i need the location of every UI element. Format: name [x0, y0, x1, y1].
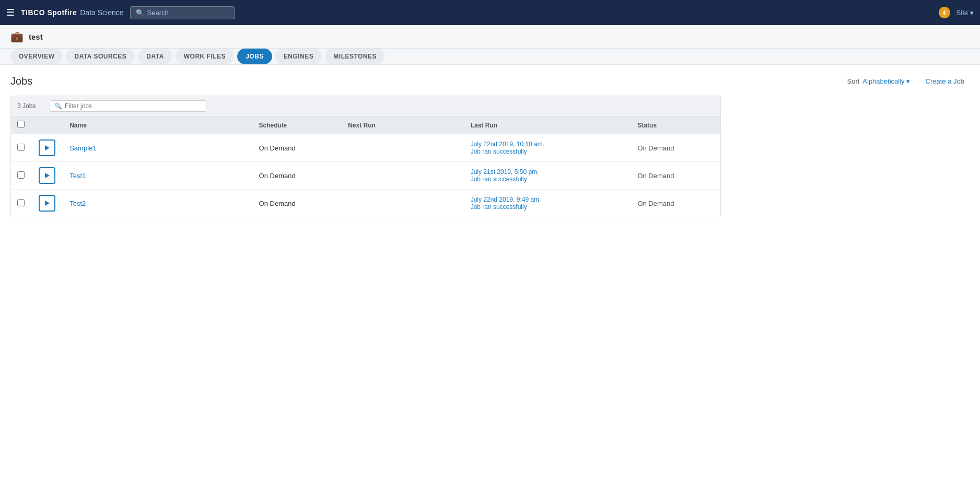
brand-logo: TIBCO Spotfire Data Science — [21, 8, 124, 17]
status-header: Status — [631, 116, 720, 134]
site-dropdown[interactable]: Site ▾ — [956, 9, 974, 17]
create-job-button[interactable]: Create a Job — [920, 77, 970, 85]
select-all-header — [11, 116, 32, 134]
job-next-run-cell — [342, 134, 464, 162]
svg-marker-2 — [45, 201, 50, 206]
notification-badge[interactable]: 4 — [939, 7, 950, 18]
job-last-run-cell: July 21st 2019, 5:50 pm. Job ran success… — [464, 162, 632, 190]
filter-jobs-input[interactable] — [65, 102, 202, 110]
jobs-count: 3 Jobs — [17, 102, 43, 110]
search-input[interactable] — [147, 9, 229, 17]
name-header: Name — [63, 116, 252, 134]
table-row: Test1 On Demand July 21st 2019, 5:50 pm.… — [11, 162, 720, 190]
jobs-table-container: 3 Jobs 🔍 Name Schedule Next Run Last Run — [10, 96, 721, 217]
sort-label: Sort — [847, 77, 860, 85]
job-name-cell: Test2 — [63, 190, 252, 217]
select-all-checkbox[interactable] — [17, 121, 25, 128]
top-navigation: ☰ TIBCO Spotfire Data Science 🔍 4 Site ▾ — [0, 0, 980, 25]
job-name-link[interactable]: Test1 — [69, 172, 86, 180]
tab-milestones[interactable]: MILESTONES — [325, 49, 385, 64]
svg-marker-0 — [45, 145, 50, 150]
last-run-status: Job ran successfully — [471, 148, 625, 155]
table-header-row: Name Schedule Next Run Last Run Status — [11, 116, 720, 134]
search-box[interactable]: 🔍 — [130, 6, 235, 19]
row-checkbox[interactable] — [17, 199, 25, 206]
job-schedule-cell: On Demand — [253, 190, 342, 217]
job-icon-cell — [32, 190, 64, 217]
project-header: 💼 test — [0, 25, 980, 49]
brand-sub: Data Science — [78, 8, 123, 17]
table-row: Test2 On Demand July 22nd 2019, 9:49 am.… — [11, 190, 720, 217]
job-name-cell: Sample1 — [63, 134, 252, 162]
job-play-icon — [39, 195, 55, 212]
project-icon: 💼 — [10, 30, 24, 43]
next-run-header: Next Run — [342, 116, 464, 134]
row-checkbox[interactable] — [17, 144, 25, 151]
last-run-time: July 22nd 2019, 9:49 am. — [471, 196, 625, 203]
last-run-status: Job ran successfully — [471, 203, 625, 211]
search-icon: 🔍 — [136, 9, 144, 17]
jobs-title: Jobs — [10, 75, 32, 87]
status-badge: On Demand — [637, 144, 674, 152]
job-next-run-cell — [342, 162, 464, 190]
last-run-header: Last Run — [464, 116, 632, 134]
hamburger-icon[interactable]: ☰ — [6, 7, 15, 18]
table-row: Sample1 On Demand July 22nd 2019, 10:10 … — [11, 134, 720, 162]
job-play-icon — [39, 139, 55, 156]
tab-data-sources[interactable]: DATA SOURCES — [66, 49, 135, 64]
last-run-time: July 21st 2019, 5:50 pm. — [471, 168, 625, 176]
job-status-cell: On Demand — [631, 162, 720, 190]
tab-jobs[interactable]: JOBS — [237, 49, 272, 64]
job-last-run-cell: July 22nd 2019, 9:49 am. Job ran success… — [464, 190, 632, 217]
svg-marker-1 — [45, 173, 50, 178]
tab-overview[interactable]: OVERVIEW — [10, 49, 63, 64]
job-name-cell: Test1 — [63, 162, 252, 190]
job-name-link[interactable]: Sample1 — [69, 144, 96, 152]
job-name-link[interactable]: Test2 — [69, 200, 86, 207]
last-run-status: Job ran successfully — [471, 176, 625, 183]
status-badge: On Demand — [637, 172, 674, 180]
project-name: test — [29, 32, 43, 41]
row-checkbox[interactable] — [17, 171, 25, 179]
status-badge: On Demand — [637, 200, 674, 207]
schedule-header: Schedule — [253, 116, 342, 134]
main-content: Jobs Sort Alphabetically ▾ Create a Job … — [0, 65, 980, 228]
job-status-cell: On Demand — [631, 134, 720, 162]
job-play-icon — [39, 167, 55, 184]
sort-dropdown[interactable]: Alphabetically ▾ — [862, 77, 909, 85]
last-run-time: July 22nd 2019, 10:10 am. — [471, 141, 625, 148]
jobs-table: Name Schedule Next Run Last Run Status S… — [11, 116, 720, 217]
jobs-header: Jobs Sort Alphabetically ▾ Create a Job — [10, 75, 970, 87]
icon-header — [32, 116, 64, 134]
sort-area: Sort Alphabetically ▾ — [847, 77, 910, 85]
row-checkbox-cell — [11, 134, 32, 162]
job-schedule-cell: On Demand — [253, 134, 342, 162]
filter-icon: 🔍 — [54, 102, 62, 110]
job-next-run-cell — [342, 190, 464, 217]
nav-right: 4 Site ▾ — [939, 7, 974, 18]
job-icon-cell — [32, 134, 64, 162]
job-status-cell: On Demand — [631, 190, 720, 217]
row-checkbox-cell — [11, 162, 32, 190]
tab-data[interactable]: DATA — [138, 49, 172, 64]
sort-chevron-icon: ▾ — [906, 77, 910, 85]
tabs-bar: OVERVIEWDATA SOURCESDATAWORK FILESJOBSEN… — [0, 49, 980, 65]
brand-name: TIBCO Spotfire — [21, 8, 77, 17]
filter-input-wrap[interactable]: 🔍 — [50, 100, 206, 112]
tab-work-files[interactable]: WORK FILES — [176, 49, 234, 64]
tab-engines[interactable]: ENGINES — [275, 49, 322, 64]
job-last-run-cell: July 22nd 2019, 10:10 am. Job ran succes… — [464, 134, 632, 162]
job-icon-cell — [32, 162, 64, 190]
jobs-toolbar: 3 Jobs 🔍 — [11, 96, 720, 116]
row-checkbox-cell — [11, 190, 32, 217]
chevron-down-icon: ▾ — [970, 9, 974, 17]
job-schedule-cell: On Demand — [253, 162, 342, 190]
